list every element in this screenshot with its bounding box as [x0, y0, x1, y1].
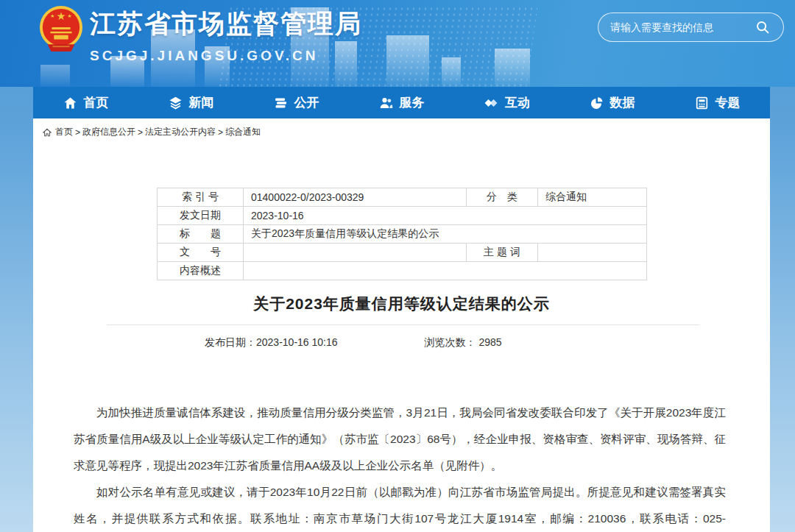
svg-text:★: ★ — [50, 13, 54, 18]
site-title: 江苏省市场监督管理局 — [90, 7, 362, 41]
table-row: 文 号 主 题 词 — [158, 244, 647, 262]
building-decoration — [442, 57, 461, 87]
doc-title-value: 关于2023年质量信用等级认定结果的公示 — [244, 225, 647, 244]
data-icon — [590, 96, 604, 110]
news-icon — [169, 96, 183, 110]
home-outline-icon — [43, 128, 52, 137]
publish-date-label: 发布日期： — [205, 336, 256, 348]
search-button[interactable] — [755, 19, 771, 35]
building-decoration — [40, 65, 70, 87]
site-header: ★ ★ ★ 江苏省市场监督管理局 SCJGJ.JIANGSU.GOV.CN — [0, 0, 795, 87]
doc-number-label: 文 号 — [158, 244, 244, 262]
nav-label: 数据 — [610, 94, 635, 111]
service-icon — [379, 96, 393, 110]
svg-text:★: ★ — [68, 13, 72, 18]
issue-date-label: 发文日期 — [158, 207, 244, 225]
content-panel: 首页 > 政府信息公开 > 法定主动公开内容 > 综合通知 索 引 号 0140… — [33, 118, 770, 532]
table-row: 索 引 号 01400022-0/2023-00329 分 类 综合通知 — [158, 188, 647, 207]
index-number-label: 索 引 号 — [158, 188, 244, 207]
page: ★ ★ ★ 江苏省市场监督管理局 SCJGJ.JIANGSU.GOV.CN — [0, 0, 795, 532]
nav-label: 首页 — [84, 94, 109, 111]
breadcrumb-statutory[interactable]: 法定主动公开内容 — [145, 126, 216, 138]
home-icon — [63, 96, 77, 110]
nav-label: 互动 — [505, 94, 530, 111]
publish-date-value: 2023-10-16 10:16 — [256, 336, 338, 348]
article-title: 关于2023年质量信用等级认定结果的公示 — [33, 294, 770, 314]
national-emblem-logo[interactable]: ★ ★ ★ — [38, 4, 84, 53]
building-decoration — [495, 49, 530, 87]
nav-label: 公开 — [294, 94, 319, 111]
search-icon — [755, 20, 770, 35]
topics-icon — [695, 96, 709, 110]
doc-number-value — [244, 244, 467, 262]
main-column: 首页 新闻 公开 — [33, 87, 770, 532]
nav-label: 专题 — [716, 94, 741, 111]
article-paragraph: 为加快推进质量诚信体系建设，推动质量信用分级分类监管，3月21日，我局会同省发改… — [74, 400, 726, 479]
view-count: 浏览次数： 2985 — [425, 336, 502, 350]
site-domain: SCJGJ.JIANGSU.GOV.CN — [90, 48, 362, 64]
table-row: 内容概述 — [158, 262, 647, 280]
article-body: 为加快推进质量诚信体系建设，推动质量信用分级分类监管，3月21日，我局会同省发改… — [33, 400, 770, 532]
article-meta: 发布日期：2023-10-16 10:16 浏览次数： 2985 — [33, 336, 770, 350]
nav-item-topics[interactable]: 专题 — [665, 87, 770, 118]
table-row: 标 题 关于2023年质量信用等级认定结果的公示 — [158, 225, 647, 244]
summary-label: 内容概述 — [158, 262, 244, 280]
nav-item-data[interactable]: 数据 — [559, 87, 665, 118]
nav-item-service[interactable]: 服务 — [349, 87, 454, 118]
view-count-value: 2985 — [478, 336, 501, 348]
site-search — [598, 13, 784, 42]
breadcrumb: 首页 > 政府信息公开 > 法定主动公开内容 > 综合通知 — [33, 118, 770, 138]
publish-date: 发布日期：2023-10-16 10:16 — [205, 336, 338, 350]
category-label: 分 类 — [467, 188, 538, 207]
index-number-value: 01400022-0/2023-00329 — [244, 188, 467, 207]
nav-item-home[interactable]: 首页 — [33, 87, 138, 118]
document-info-table: 索 引 号 01400022-0/2023-00329 分 类 综合通知 发文日… — [157, 188, 647, 280]
title-divider — [107, 324, 699, 325]
site-brand: 江苏省市场监督管理局 SCJGJ.JIANGSU.GOV.CN — [90, 7, 362, 64]
disclosure-icon — [274, 96, 288, 110]
view-count-label: 浏览次数： — [425, 336, 476, 348]
building-decoration — [386, 35, 429, 87]
nav-label: 服务 — [400, 94, 425, 111]
doc-title-label: 标 题 — [158, 225, 244, 244]
search-input[interactable] — [610, 21, 755, 33]
nav-item-interaction[interactable]: 互动 — [454, 87, 559, 118]
issue-date-value: 2023-10-16 — [244, 207, 647, 225]
breadcrumb-separator: > — [75, 127, 80, 138]
breadcrumb-gov-info[interactable]: 政府信息公开 — [82, 126, 135, 138]
keywords-label: 主 题 词 — [467, 244, 538, 262]
category-value: 综合通知 — [538, 188, 647, 207]
national-emblem-icon: ★ ★ ★ — [38, 4, 84, 53]
table-row: 发文日期 2023-10-16 — [158, 207, 647, 225]
keywords-value — [538, 244, 647, 262]
article-paragraph: 如对公示名单有意见或建议，请于2023年10月22日前（以邮戳为准）向江苏省市场… — [74, 479, 726, 532]
nav-item-news[interactable]: 新闻 — [138, 87, 244, 118]
breadcrumb-home[interactable]: 首页 — [55, 126, 73, 138]
main-nav: 首页 新闻 公开 — [33, 87, 770, 118]
nav-item-disclosure[interactable]: 公开 — [244, 87, 349, 118]
summary-value — [244, 262, 647, 280]
breadcrumb-separator: > — [218, 127, 223, 138]
breadcrumb-current[interactable]: 综合通知 — [225, 126, 261, 138]
breadcrumb-separator: > — [138, 127, 143, 138]
nav-label: 新闻 — [189, 94, 214, 111]
interaction-icon — [484, 96, 498, 110]
svg-text:★: ★ — [56, 10, 66, 22]
